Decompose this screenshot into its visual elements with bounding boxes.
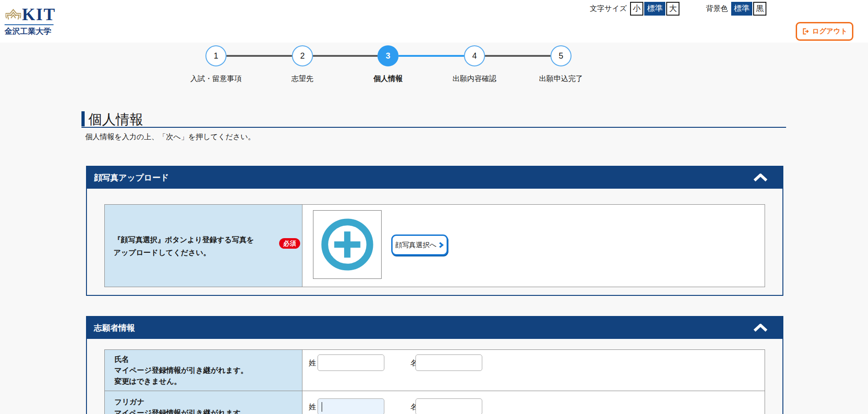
stepper-connector-2: [313, 55, 377, 57]
name-row-note2: 変更はできません。: [114, 376, 248, 387]
step-4-label: 出願内容確認: [424, 74, 525, 84]
step-1-circle: 1: [205, 45, 226, 66]
step-5-label: 出願申込完了: [511, 74, 611, 84]
font-size-small-button[interactable]: 小: [630, 2, 643, 16]
family-name-input[interactable]: [318, 354, 384, 371]
page-instruction: 個人情報を入力の上、「次へ」を押してください。: [85, 132, 255, 142]
bg-standard-button[interactable]: 標準: [731, 2, 752, 16]
name-row-note1: マイページ登録情報が引き継がれます。: [114, 365, 248, 376]
logout-label: ログアウト: [812, 27, 847, 36]
font-size-control: 文字サイズ 小 標準 大: [590, 1, 679, 16]
applicant-info-section: 志願者情報 氏名 マイページ登録情報が引き継がれます。 変更はできません。 姓 …: [86, 316, 783, 414]
furigana-row-title: フリガナ: [114, 397, 248, 408]
photo-description-cell: 『顔写真選択』ボタンより登録する写真を アップロードしてください。 必須: [105, 205, 302, 287]
stepper-connector-4: [485, 55, 550, 57]
font-size-large-button[interactable]: 大: [666, 2, 679, 16]
step-3-circle: 3: [377, 45, 399, 66]
name-row: 氏名 マイページ登録情報が引き継がれます。 変更はできません。 姓 名: [105, 350, 765, 391]
applicant-info-table: 氏名 マイページ登録情報が引き継がれます。 変更はできません。 姓 名 フリガナ…: [104, 349, 765, 414]
photo-placeholder: [313, 210, 382, 279]
step-3-label: 個人情報: [338, 74, 438, 84]
name-row-label: 氏名 マイページ登録情報が引き継がれます。 変更はできません。: [114, 354, 248, 387]
logo-university-name: 金沢工業大学: [5, 26, 51, 37]
applicant-section-title: 志願者情報: [87, 322, 135, 333]
photo-section-header: 顔写真アップロード: [87, 167, 782, 189]
step-5-circle: 5: [550, 45, 571, 66]
bg-black-button[interactable]: 黒: [753, 2, 766, 16]
logo-acronym: KIT: [22, 5, 56, 24]
required-badge: 必須: [279, 238, 300, 249]
plus-circle-icon: [318, 215, 377, 274]
photo-select-button-label: 顔写真選択へ: [395, 241, 437, 250]
font-size-standard-button[interactable]: 標準: [644, 2, 665, 16]
photo-upload-table: 『顔写真選択』ボタンより登録する写真を アップロードしてください。 必須 顔写真…: [104, 204, 765, 287]
page-title: 個人情報: [88, 110, 143, 129]
logout-button[interactable]: ログアウト: [796, 22, 853, 41]
furigana-row: フリガナ マイページ登録情報が引き継がれます。 姓 名: [105, 391, 765, 414]
furigana-row-label: フリガナ マイページ登録情報が引き継がれます。: [114, 397, 248, 414]
photo-description-line2: アップロードしてください。: [113, 246, 254, 259]
step-1-label: 入試・留意事項: [166, 74, 266, 84]
photo-upload-section: 顔写真アップロード 『顔写真選択』ボタンより登録する写真を アップロードしてくだ…: [86, 166, 783, 296]
page-title-rule: [81, 127, 786, 128]
applicant-section-header: 志願者情報: [87, 317, 782, 339]
photo-description-line1: 『顔写真選択』ボタンより登録する写真を: [113, 234, 254, 246]
stepper-connector-1: [226, 55, 292, 57]
logout-icon: [802, 27, 809, 35]
family-name-kana-input[interactable]: [318, 398, 384, 414]
name-row-title: 氏名: [114, 354, 248, 365]
family-name-label: 姓: [308, 359, 317, 368]
page-title-accent-bar: [81, 111, 85, 126]
chevron-right-icon: [439, 242, 444, 248]
font-size-label: 文字サイズ: [590, 4, 627, 14]
step-2-circle: 2: [292, 45, 313, 66]
photo-select-button[interactable]: 顔写真選択へ: [391, 234, 448, 256]
application-page: KIT 金沢工業大学 文字サイズ 小 標準 大 背景色 標準 黒 ログアウト: [0, 0, 868, 414]
given-name-input[interactable]: [415, 354, 482, 371]
stepper-connector-3: [399, 55, 464, 57]
header: KIT 金沢工業大学 文字サイズ 小 標準 大 背景色 標準 黒: [0, 0, 868, 43]
text-cursor: [322, 402, 322, 412]
chevron-up-icon[interactable]: [753, 174, 768, 182]
given-name-kana-input[interactable]: [415, 398, 482, 414]
background-color-control: 背景色 標準 黒: [706, 1, 766, 16]
background-color-label: 背景色: [706, 4, 728, 14]
step-4-circle: 4: [464, 45, 485, 66]
photo-section-title: 顔写真アップロード: [87, 172, 169, 183]
photo-description-text: 『顔写真選択』ボタンより登録する写真を アップロードしてください。: [113, 234, 254, 259]
family-name-kana-label: 姓: [308, 403, 317, 412]
kit-emblem-icon: [5, 5, 21, 24]
chevron-up-icon[interactable]: [753, 324, 768, 332]
kit-logo: KIT 金沢工業大学: [5, 5, 59, 37]
logo-underline: [5, 24, 54, 25]
furigana-row-note1: マイページ登録情報が引き継がれます。: [114, 408, 248, 414]
